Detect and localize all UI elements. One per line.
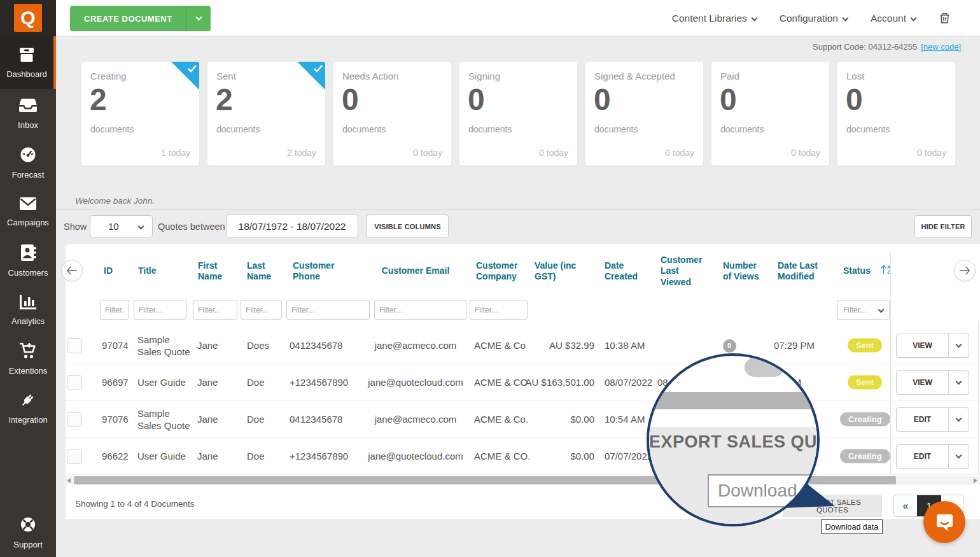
chevron-down-icon [956,379,962,385]
create-document-dropdown[interactable] [186,6,211,31]
sidebar-item-label: Dashboard [6,69,47,79]
menu-configuration[interactable]: Configuration [780,13,848,24]
status-badge: Creating [840,412,890,427]
sidebar-item-extentions[interactable]: Extentions [0,334,56,383]
menu-content-libraries[interactable]: Content Libraries [672,13,757,24]
menu-account[interactable]: Account [871,13,916,24]
table-row: 97074Sample Sales QuoteJaneDoes041234567… [66,327,980,364]
sidebar-item-label: Extentions [9,366,48,376]
row-action-button[interactable]: EDIT [896,444,969,469]
download-data-tooltip: Download data [821,519,883,534]
sidebar-item-analytics[interactable]: Analytics [0,285,56,334]
scrollbar-right-arrow-icon[interactable] [974,478,977,483]
sidebar-item-dashboard[interactable]: Dashboard [0,36,56,89]
sidebar-item-label: Analytics [11,316,45,326]
cell-last_name: Doe [247,450,284,463]
logo-q-icon: Q [14,4,42,32]
menu-label: Account [871,13,906,24]
row-action-dropdown[interactable] [948,371,969,394]
sidebar: Q Dashboard Inbox Forecast Campaigns [0,0,56,557]
cell-value: $0.00 [517,413,594,426]
cell-value: $0.00 [517,450,594,463]
chat-widget-button[interactable] [923,501,965,543]
row-action-label: VIEW [897,334,948,357]
row-action-label: EDIT [897,408,948,431]
row-checkbox[interactable] [67,412,82,427]
gauge-icon [19,146,37,166]
chevron-down-icon [956,416,962,422]
prev-page-button[interactable]: « [894,495,917,516]
menu-label: Configuration [780,13,838,24]
row-action-button[interactable]: EDIT [896,407,969,432]
row-action-label: EDIT [897,445,948,468]
cell-value: AU $32.99 [517,339,594,352]
app-logo[interactable]: Q [0,0,56,36]
cell-status: Creating [840,449,890,463]
cell-first_name: Jane [197,339,237,352]
row-checkbox[interactable] [67,338,82,353]
table-row: 96697User GuideJaneDoe+1234567890jane@qu… [66,364,980,401]
cell-phone: 0412345678 [290,339,365,352]
status-badge: Sent [848,375,882,390]
row-checkbox[interactable] [67,449,82,464]
chevron-down-icon [911,15,917,21]
row-action-button[interactable]: VIEW [896,334,969,358]
bar-chart-icon [18,293,38,313]
sidebar-item-customers[interactable]: Customers [0,236,56,285]
cell-first_name: Jane [197,413,237,426]
create-document-button[interactable]: CREATE DOCUMENT [70,6,211,31]
magnified-export-button-text: EXPORT SALES QUOTES [649,432,817,452]
cell-status: Sent [840,375,890,390]
cart-plus-icon [18,342,38,362]
cell-title: Sample Sales Quote [137,407,196,432]
contacts-icon [20,244,36,264]
sidebar-item-label: Forecast [12,170,45,180]
cell-last_name: Does [247,339,284,352]
cell-id: 97076 [102,413,134,426]
cell-title: User Guide [137,450,196,463]
cell-value: AU $163,501.00 [517,376,594,389]
scroll-left-button[interactable] [61,260,83,281]
cell-last_name: Doe [247,376,284,389]
sidebar-item-inbox[interactable]: Inbox [0,89,56,138]
cell-created: 08/07/2022 [605,376,655,389]
envelope-icon [18,196,38,214]
cell-email: jane@acmeco.com [364,339,467,352]
showing-summary: Showing 1 to 4 of 4 Documents [75,499,195,509]
row-action-dropdown[interactable] [948,334,969,357]
cell-first_name: Jane [197,450,237,463]
cell-phone: +1234567890 [290,376,365,389]
sidebar-item-support[interactable]: Support [0,508,56,557]
sidebar-item-integration[interactable]: Integration [0,383,56,432]
cell-status: Sent [840,338,890,353]
sidebar-item-label: Campaigns [7,218,49,227]
scroll-right-button[interactable] [954,260,976,281]
cell-created: 10:38 AM [605,339,655,352]
chevron-down-icon [195,14,202,20]
cell-email: jane@quotecloud.com [364,450,467,463]
chevron-down-icon [751,15,757,21]
row-checkbox[interactable] [67,375,82,390]
chevron-down-icon [956,342,962,348]
sidebar-item-label: Inbox [18,120,38,130]
table-row: 97076Sample Sales QuoteJaneDoe0412345678… [66,401,980,438]
life-ring-icon [19,516,37,536]
app-root: CREATE DOCUMENT Content Libraries Config… [0,0,980,557]
arrow-right-icon [959,266,970,275]
row-action-button[interactable]: VIEW [896,370,969,395]
chat-bubble-icon [932,510,956,534]
trash-icon[interactable] [939,11,951,25]
views-count-badge: 0 [723,339,736,353]
inbox-icon [18,97,38,116]
magnifier-overlay: EXPORT SALES QUOTES Download d [647,353,820,526]
status-badge: Sent [848,338,882,353]
sidebar-item-campaigns[interactable]: Campaigns [0,187,56,236]
magnified-scrollbar-fragment [649,392,817,409]
row-action-dropdown[interactable] [948,408,969,431]
cell-phone: 0412345678 [290,413,365,426]
sidebar-item-forecast[interactable]: Forecast [0,138,56,187]
cell-last_name: Doe [247,413,284,426]
cell-id: 97074 [102,339,134,352]
row-action-dropdown[interactable] [948,445,969,468]
scrollbar-left-arrow-icon[interactable] [67,478,71,483]
